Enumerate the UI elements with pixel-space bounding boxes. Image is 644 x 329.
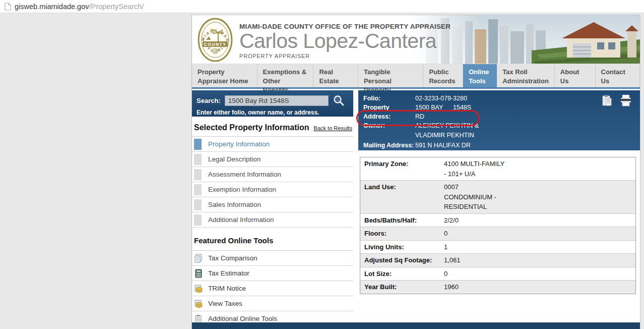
sidebar: Search: Enter either folio, owner name, … (192, 90, 353, 326)
clipboard-icon (194, 314, 203, 323)
section-title-featured-tools: Featured Online Tools (194, 236, 273, 245)
calculator-icon (194, 269, 203, 278)
copy-clipboard-icon[interactable] (602, 94, 612, 106)
featured-tools-section-header: Featured Online Tools (192, 228, 353, 251)
item-marker-icon (194, 169, 202, 180)
folio-row: Folio: 02-3233-079-3280 (363, 94, 635, 103)
page-background: MIAMI-DADE FLORIDA COUNTY MIAMI-DADE COU… (0, 13, 644, 329)
table-row-living-units: Living Units: 1 (360, 241, 635, 254)
property-address-value: 1500 BAY RD (415, 103, 453, 121)
mailing-address-label: Mailing Address: (363, 141, 415, 159)
table-row-adjusted-sq-footage: Adjusted Sq Footage: 1,061 (360, 254, 635, 267)
url-path: /PropertySearch/ (89, 3, 144, 11)
header-appraiser-title: PROPERTY APPRAISER (239, 53, 450, 59)
site-content: MIAMI-DADE FLORIDA COUNTY MIAMI-DADE COU… (191, 15, 640, 329)
search-input[interactable] (225, 95, 329, 106)
coins-icon (194, 284, 203, 293)
coins-icon (194, 299, 203, 308)
section-title-selected-property: Selected Property Information (194, 123, 309, 132)
back-to-results-link[interactable]: Back to Results (314, 125, 352, 131)
item-marker-icon (194, 154, 202, 165)
table-row-floors: Floors: 0 (360, 227, 635, 241)
sidebar-item-assessment-information[interactable]: Assessment Information (192, 167, 353, 182)
property-details-table: Primary Zone: 4100 MULTI-FAMILY - 101+ U… (360, 157, 636, 294)
property-address-unit: 1548S (453, 103, 471, 121)
nav-tab-property-appraiser-home[interactable]: Property Appraiser Home (192, 64, 257, 87)
search-panel: Search: Enter either folio, owner name, … (192, 90, 353, 117)
nav-tab-online-tools[interactable]: Online Tools (463, 64, 497, 87)
item-marker-icon (194, 139, 202, 150)
item-marker-icon (194, 184, 202, 195)
url-text[interactable]: gisweb.miamidade.gov/PropertySearch/ (15, 2, 144, 11)
property-detail-column: Folio: 02-3233-079-3280 Property Address… (358, 90, 640, 326)
table-row-beds-baths-half: Beds/Baths/Half: 2/2/0 (360, 214, 635, 228)
nav-tab-exemptions-other-benefits[interactable]: Exemptions & Other Benefits (257, 64, 314, 87)
owner-value: ALEKSEY PEKHTIN & VLADIMIR PEKHTIN (415, 121, 479, 139)
sidebar-item-legal-description[interactable]: Legal Description (192, 152, 353, 167)
folio-label: Folio: (363, 94, 415, 103)
header-text-block: MIAMI-DADE COUNTY OFFICE OF THE PROPERTY… (239, 15, 450, 64)
mailing-address-row: Mailing Address: 591 N HALIFAX DR ORMOND… (363, 141, 635, 159)
nav-tab-contact-us[interactable]: Contact Us (596, 64, 640, 87)
sidebar-item-exemption-information[interactable]: Exemption Information (192, 182, 353, 197)
nav-tab-tangible-personal-property[interactable]: Tangible Personal Property (358, 64, 424, 87)
table-row-year-built: Year Built: 1960 (360, 281, 635, 294)
property-address-label: Property Address: (363, 103, 415, 121)
property-info-panel: Folio: 02-3233-079-3280 Property Address… (358, 90, 640, 150)
owner-label: Owner: (363, 121, 415, 139)
page-icon (5, 3, 11, 11)
sidebar-item-tax-estimator[interactable]: Tax Estimator (192, 266, 353, 281)
nav-tab-tax-roll-administration[interactable]: Tax Roll Administration (497, 64, 555, 87)
header-appraiser-name: Carlos Lopez-Cantera (239, 31, 450, 52)
county-seal: MIAMI-DADE FLORIDA COUNTY (197, 18, 233, 64)
table-row-primary-zone: Primary Zone: 4100 MULTI-FAMILY - 101+ U… (360, 157, 635, 181)
table-row-land-use: Land Use: 0007 CONDOMINIUM - RESIDENTIAL (360, 181, 635, 214)
documents-icon (194, 254, 203, 263)
folio-value: 02-3233-079-3280 (415, 94, 467, 103)
property-address-row: Property Address: 1500 BAY RD 1548S (363, 103, 635, 121)
search-hint: Enter either folio, owner name, or addre… (197, 109, 349, 116)
nav-tab-real-estate[interactable]: Real Estate (313, 64, 358, 87)
seal-banner-text: COUNTY (204, 42, 227, 47)
site-header: MIAMI-DADE FLORIDA COUNTY MIAMI-DADE COU… (192, 15, 640, 64)
item-marker-icon (194, 214, 202, 226)
sidebar-item-property-information[interactable]: Property Information (192, 137, 353, 152)
sidebar-item-additional-information[interactable]: Additional Information (192, 212, 353, 228)
selected-property-section-header: Selected Property Information Back to Re… (192, 117, 353, 137)
search-icon[interactable] (333, 94, 345, 106)
browser-url-bar[interactable]: gisweb.miamidade.gov/PropertySearch/ (0, 0, 644, 13)
footer-bar (192, 322, 640, 329)
main-area: Search: Enter either folio, owner name, … (192, 89, 640, 326)
owner-row: Owner: ALEKSEY PEKHTIN & VLADIMIR PEKHTI… (363, 121, 635, 139)
panel-actions (602, 94, 632, 106)
sidebar-item-tax-comparison[interactable]: Tax Comparison (192, 251, 353, 266)
main-navigation: Property Appraiser Home Exemptions & Oth… (192, 64, 640, 89)
sidebar-item-sales-information[interactable]: Sales Information (192, 197, 353, 212)
sidebar-item-view-taxes[interactable]: View Taxes (192, 296, 353, 311)
nav-tab-public-records[interactable]: Public Records (423, 64, 463, 87)
printer-icon[interactable] (620, 94, 632, 106)
nav-tab-about-us[interactable]: About Us (555, 64, 596, 87)
item-marker-icon (194, 199, 202, 210)
mailing-address-value: 591 N HALIFAX DR ORMOND BEACH FL 32176- (415, 141, 497, 159)
url-domain: gisweb.miamidade.gov (15, 3, 89, 11)
table-row-lot-size: Lot Size: 0 (360, 267, 635, 281)
search-label: Search: (197, 97, 221, 104)
sidebar-item-trim-notice[interactable]: TRIM Notice (192, 281, 353, 296)
